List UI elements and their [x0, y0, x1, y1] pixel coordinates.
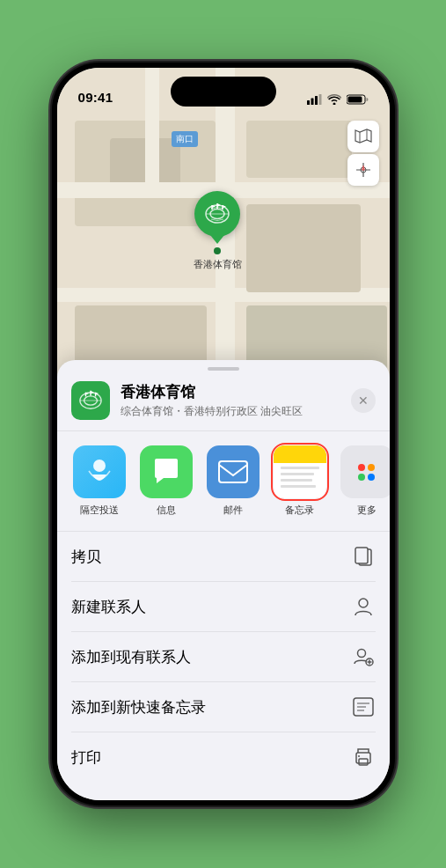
svg-point-40 [358, 755, 360, 757]
svg-rect-3 [318, 94, 321, 105]
action-print-label: 打印 [71, 747, 101, 768]
phone-screen: 09:41 [57, 68, 390, 800]
venue-name: 香港体育馆 [121, 382, 340, 402]
status-time: 09:41 [78, 90, 113, 105]
wifi-icon [327, 94, 341, 105]
venue-icon [71, 381, 110, 420]
action-new-contact[interactable]: 新建联系人 [71, 582, 376, 632]
close-button[interactable]: ✕ [351, 388, 376, 413]
action-add-notes-label: 添加到新快速备忘录 [71, 697, 206, 717]
more-icon [340, 445, 390, 498]
mail-symbol [217, 460, 249, 484]
svg-rect-28 [355, 548, 368, 563]
share-item-notes[interactable]: 备忘录 [272, 445, 328, 517]
share-label-more: 更多 [357, 504, 377, 517]
more-dots-row1 [358, 464, 375, 471]
action-new-contact-label: 新建联系人 [71, 597, 146, 617]
share-item-messages[interactable]: 信息 [138, 445, 194, 517]
venue-stadium-icon [78, 389, 103, 412]
share-item-airdrop[interactable]: 隔空投送 [71, 445, 128, 517]
svg-rect-39 [359, 759, 368, 765]
person-add-icon [351, 644, 376, 669]
venue-header: 香港体育馆 综合体育馆・香港特别行政区 油尖旺区 ✕ [57, 371, 390, 431]
map-type-icon [355, 128, 372, 145]
svg-rect-1 [311, 99, 313, 106]
share-item-more[interactable]: 更多 [339, 445, 390, 517]
share-label-mail: 邮件 [223, 504, 243, 517]
phone-frame: 09:41 [52, 63, 395, 805]
map-controls [347, 121, 379, 186]
location-button[interactable] [347, 154, 379, 186]
airdrop-symbol [85, 457, 113, 487]
share-item-mail[interactable]: 邮件 [205, 445, 261, 517]
share-label-notes: 备忘录 [285, 504, 314, 517]
share-label-messages: 信息 [157, 504, 176, 517]
venue-desc: 综合体育馆・香港特别行政区 油尖旺区 [121, 404, 340, 419]
battery-icon [347, 94, 369, 105]
dynamic-island [171, 77, 276, 107]
pin-dot [214, 247, 221, 254]
svg-marker-20 [91, 391, 94, 394]
svg-point-30 [357, 650, 365, 658]
svg-point-25 [93, 460, 106, 472]
svg-rect-5 [347, 97, 362, 103]
messages-symbol [151, 457, 181, 487]
action-add-notes[interactable]: 添加到新快速备忘录 [71, 682, 376, 732]
compass-icon [355, 162, 371, 178]
share-label-airdrop: 隔空投送 [80, 504, 119, 517]
action-print[interactable]: 打印 [71, 732, 376, 782]
stadium-icon [204, 202, 230, 226]
notes-icon [274, 445, 326, 498]
signal-icon [307, 94, 322, 105]
pin-label: 香港体育馆 [194, 258, 242, 271]
svg-rect-2 [315, 96, 318, 105]
map-label: 南口 [172, 131, 198, 147]
airdrop-icon [73, 445, 126, 498]
action-copy[interactable]: 拷贝 [71, 532, 376, 582]
action-copy-label: 拷贝 [71, 547, 101, 567]
messages-icon [140, 445, 193, 498]
mail-icon [207, 445, 260, 498]
quick-notes-icon [351, 695, 376, 719]
venue-info: 香港体育馆 综合体育馆・香港特别行政区 油尖旺区 [121, 382, 340, 419]
print-icon [351, 745, 376, 769]
svg-marker-11 [217, 203, 221, 207]
copy-icon [351, 544, 376, 569]
stadium-pin[interactable]: 香港体育馆 [194, 191, 242, 271]
pin-circle [194, 191, 240, 237]
svg-rect-26 [219, 461, 247, 482]
status-icons [307, 94, 369, 105]
action-add-existing[interactable]: 添加到现有联系人 [71, 632, 376, 682]
notes-icon-wrapper [274, 445, 326, 498]
share-row: 隔空投送 信息 [57, 431, 390, 532]
action-list: 拷贝 新建联系人 [57, 532, 390, 782]
person-icon [351, 594, 376, 619]
svg-point-29 [359, 599, 368, 607]
map-type-button[interactable] [347, 121, 379, 152]
bottom-sheet: 香港体育馆 综合体育馆・香港特别行政区 油尖旺区 ✕ [57, 360, 390, 800]
more-dots-row2 [358, 474, 375, 481]
action-add-existing-label: 添加到现有联系人 [71, 647, 191, 667]
svg-rect-0 [307, 100, 310, 105]
